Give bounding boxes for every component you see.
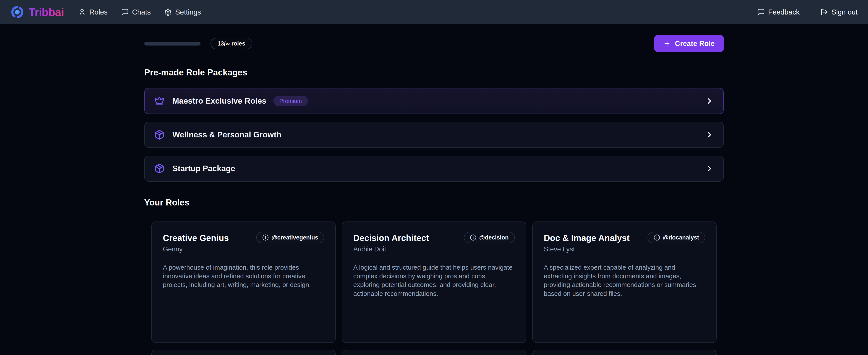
header-actions: Feedback Sign out (757, 8, 858, 16)
chat-bubble-icon (757, 8, 765, 16)
role-description: A specialized expert capable of analyzin… (544, 263, 705, 298)
role-title: Creative Genius (163, 233, 229, 243)
role-subtitle: Archie Doit (353, 245, 515, 253)
info-icon (470, 234, 476, 241)
chevron-right-icon (705, 130, 714, 139)
roles-usage: 13/∞ roles (144, 38, 252, 49)
role-card-doc-image-analyst[interactable]: Doc & Image Analyst @docanalyst Steve Ly… (532, 221, 717, 343)
role-handle-badge[interactable]: @docanalyst (648, 232, 705, 243)
brand-name: Tribbai (29, 6, 64, 19)
nav-label: Settings (175, 8, 201, 16)
package-name: Startup Package (173, 164, 235, 173)
gear-icon (164, 8, 172, 16)
create-role-button[interactable]: Create Role (654, 35, 724, 52)
roles-count-badge: 13/∞ roles (211, 38, 252, 49)
premium-badge: Premium (273, 96, 308, 106)
package-row-wellness[interactable]: Wellness & Personal Growth (144, 122, 724, 148)
role-description: A powerhouse of imagination, this role p… (163, 263, 324, 289)
brand-logo[interactable]: Tribbai (10, 5, 64, 19)
role-title: Doc & Image Analyst (544, 233, 629, 243)
role-handle-badge[interactable]: @creativegenius (256, 232, 324, 243)
package-list: Maestro Exclusive Roles Premium Wellness… (144, 88, 724, 182)
role-title: Decision Architect (353, 233, 429, 243)
nav-item-chats[interactable]: Chats (121, 8, 151, 16)
roles-progress-bar (144, 41, 200, 46)
your-roles-grid-wrap: Creative Genius @creativegenius Genny A … (144, 221, 724, 355)
role-subtitle: Genny (163, 245, 324, 253)
role-card-partial[interactable] (342, 350, 526, 355)
premade-packages-title: Pre-made Role Packages (144, 68, 724, 78)
feedback-label: Feedback (768, 8, 800, 16)
info-icon (654, 234, 660, 241)
role-handle: @docanalyst (663, 234, 699, 241)
chevron-right-icon (705, 164, 714, 173)
roles-count-label: 13/∞ roles (217, 40, 245, 47)
nav-item-settings[interactable]: Settings (164, 8, 201, 16)
role-card-header: Creative Genius @creativegenius (163, 233, 324, 243)
top-navbar: Tribbai Roles Chats S (0, 0, 868, 24)
main-nav: Roles Chats Settings (78, 8, 201, 16)
package-row-startup[interactable]: Startup Package (144, 156, 724, 182)
role-subtitle: Steve Lyst (544, 245, 705, 253)
nav-item-roles[interactable]: Roles (78, 8, 107, 16)
chevron-right-icon (705, 97, 714, 105)
role-card-header: Decision Architect @decision (353, 233, 515, 243)
role-card-partial[interactable] (151, 350, 336, 355)
role-description: A logical and structured guide that help… (353, 263, 515, 298)
package-name: Maestro Exclusive Roles (173, 96, 267, 106)
tribbai-logo-icon (10, 5, 24, 19)
package-name: Wellness & Personal Growth (173, 130, 281, 139)
logout-icon (820, 8, 828, 16)
role-card-decision-architect[interactable]: Decision Architect @decision Archie Doit… (342, 221, 526, 343)
package-icon (154, 164, 164, 174)
user-icon (78, 8, 86, 16)
roles-toolbar: 13/∞ roles Create Role (144, 35, 724, 52)
role-card-header: Doc & Image Analyst @docanalyst (544, 233, 705, 243)
role-handle: @creativegenius (272, 234, 318, 241)
role-card-partial[interactable] (532, 350, 717, 355)
sign-out-button[interactable]: Sign out (820, 8, 858, 16)
package-icon (154, 129, 164, 140)
role-card-creative-genius[interactable]: Creative Genius @creativegenius Genny A … (151, 221, 336, 343)
info-icon (262, 234, 269, 241)
create-role-label: Create Role (675, 39, 715, 48)
nav-label: Chats (132, 8, 151, 16)
crown-icon (154, 96, 164, 106)
package-row-maestro[interactable]: Maestro Exclusive Roles Premium (144, 88, 724, 114)
nav-label: Roles (89, 8, 107, 16)
your-roles-grid: Creative Genius @creativegenius Genny A … (151, 221, 717, 355)
chat-bubble-icon (121, 8, 129, 16)
feedback-button[interactable]: Feedback (757, 8, 800, 16)
role-handle-badge[interactable]: @decision (464, 232, 515, 243)
role-handle: @decision (479, 234, 509, 241)
main-content: 13/∞ roles Create Role Pre-made Role Pac… (144, 35, 724, 355)
sign-out-label: Sign out (831, 8, 858, 16)
your-roles-title: Your Roles (144, 198, 724, 207)
plus-icon (663, 40, 671, 47)
